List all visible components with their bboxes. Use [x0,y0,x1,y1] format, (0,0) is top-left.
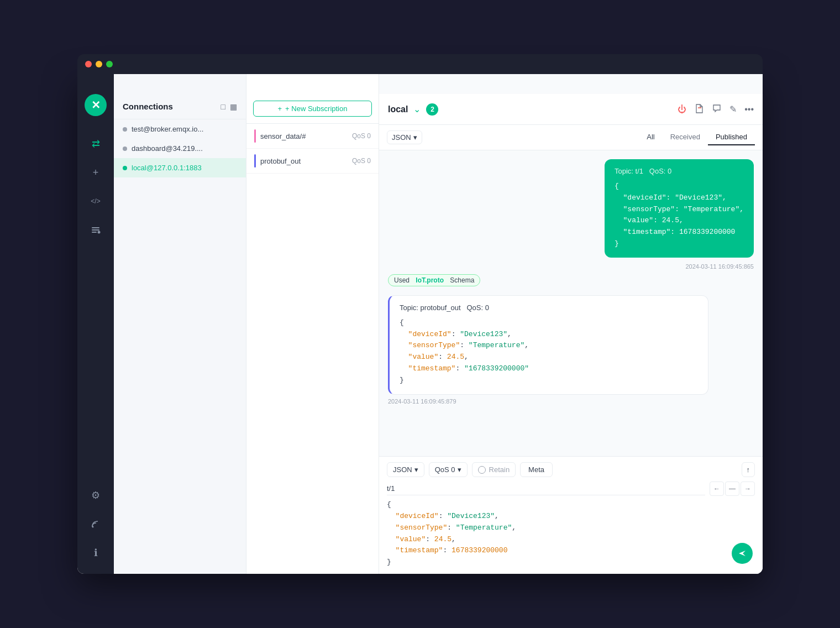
new-subscription-button[interactable]: + + New Subscription [253,101,372,117]
connection-item-3[interactable]: local@127.0.0.1:1883 [114,158,246,177]
topic-input-row: ← — → [387,482,755,496]
tab-published[interactable]: Published [708,129,755,145]
msg-body: { "deviceId": "Device123", "sensorType":… [615,181,744,250]
subscription-qos: QoS 0 [352,157,371,165]
subscriptions-panel: + + New Subscription sensor_data/# QoS 0… [246,74,379,574]
received-message: Topic: protobuf_out QoS: 0 { "deviceId":… [388,295,708,395]
recv-msg-body: { "deviceId": "Device123", "sensorType":… [400,317,698,386]
tab-all[interactable]: All [639,129,662,145]
connection-item-1[interactable]: test@broker.emqx.io... [114,119,246,139]
sidebar-item-feeds[interactable] [83,512,108,536]
connections-header-actions: □ ▦ [221,102,237,111]
message-area[interactable]: Topic: t/1 QoS: 0 { "deviceId": "Device1… [379,150,763,456]
chat-icon[interactable] [712,103,722,116]
subscription-list: sensor_data/# QoS 0 protobuf_out QoS 0 [246,124,379,174]
connection-name: local@127.0.0.1:1883 [132,164,202,172]
minimize-button[interactable] [96,61,102,67]
connections-header: Connections □ ▦ [114,94,246,119]
msg-topic: Topic: t/1 QoS: 0 [615,167,744,175]
connections-panel: Connections □ ▦ test@broker.emqx.io... d… [114,74,246,574]
expand-button[interactable]: ↑ [742,462,755,477]
sidebar-item-log[interactable] [83,218,108,242]
filter-row: JSON ▾ All Received Published [379,125,763,150]
connection-item-2[interactable]: dashboard@34.219.... [114,139,246,158]
icon-nav: ⇄ + </> [83,132,108,483]
connection-name: dashboard@34.219.... [132,144,203,153]
connection-status-dot [123,146,127,151]
main-content: local ⌄ 2 ⏻ [379,74,763,574]
msg-timestamp: 2024-03-11 16:09:45:865 [388,263,754,270]
chevron-down-icon[interactable]: ⌄ [413,104,421,114]
publish-controls: JSON ▾ QoS 0 ▾ Retain Meta ↑ [387,462,755,477]
connections-title: Connections [123,102,173,111]
more-icon[interactable]: ••• [744,104,754,114]
meta-button[interactable]: Meta [520,462,553,477]
chevron-down-icon: ▾ [413,133,417,142]
sidebar-item-info[interactable]: ℹ [83,541,108,565]
active-connection-name: local [388,104,408,114]
topic-nav-buttons: ← — → [710,482,755,496]
pub-format-select[interactable]: JSON ▾ [387,462,424,477]
subscription-qos: QoS 0 [352,132,371,140]
icon-sidebar: ✕ ⇄ + </> ⚙ [77,74,114,574]
topic-next-button[interactable]: → [741,482,755,496]
retain-circle [478,466,486,474]
chevron-down-icon: ▾ [458,465,461,474]
subscription-color-bar [254,154,256,168]
subscriptions-toolbar: + + New Subscription [246,94,379,124]
maximize-button[interactable] [106,61,113,67]
schema-badge: Used IoT.proto Schema [388,274,480,286]
connection-status-dot [123,127,127,132]
schema-name[interactable]: IoT.proto [416,276,444,284]
recv-msg-timestamp: 2024-03-11 16:09:45:879 [388,398,754,405]
add-connection-icon[interactable]: □ [221,102,225,111]
subscription-item-2[interactable]: protobuf_out QoS 0 [246,149,379,174]
retain-toggle[interactable]: Retain [472,462,516,477]
recv-msg-topic: Topic: protobuf_out QoS: 0 [400,303,698,312]
topic-input[interactable] [387,482,705,495]
connection-name: test@broker.emqx.io... [132,125,203,133]
publish-editor[interactable]: { "deviceId": "Device123", "sensorType":… [387,499,755,568]
icon-bottom: ⚙ ℹ [83,483,108,565]
subscription-item-1[interactable]: sensor_data/# QoS 0 [246,124,379,149]
connection-list: test@broker.emqx.io... dashboard@34.219.… [114,119,246,177]
sidebar-item-add[interactable]: + [83,160,108,185]
main-header: local ⌄ 2 ⏻ [379,94,763,125]
svg-rect-0 [92,227,99,228]
svg-rect-1 [92,229,99,231]
titlebar [77,54,763,74]
svg-point-4 [92,526,94,528]
disconnect-icon[interactable]: ⏻ [678,104,686,114]
header-left: local ⌄ 2 [388,103,438,116]
close-button[interactable] [85,61,92,67]
published-message: Topic: t/1 QoS: 0 { "deviceId": "Device1… [605,159,754,258]
pub-qos-select[interactable]: QoS 0 ▾ [429,462,468,477]
chevron-down-icon: ▾ [414,465,418,474]
app-logo[interactable]: ✕ [85,94,107,116]
tab-received[interactable]: Received [663,129,708,145]
header-right: ⏻ ✎ ••• [678,103,754,116]
publish-toolbar: JSON ▾ QoS 0 ▾ Retain Meta ↑ [379,456,763,574]
format-select[interactable]: JSON ▾ [387,130,422,144]
send-button[interactable] [732,543,753,564]
subscription-color-bar [254,129,256,143]
layout-icon[interactable]: ▦ [230,102,237,111]
connection-status-dot [123,166,127,170]
svg-point-3 [98,231,101,234]
svg-rect-2 [92,232,97,233]
sidebar-item-settings[interactable]: ⚙ [83,483,108,507]
topic-prev-button[interactable]: ← [710,482,724,496]
sidebar-item-connections[interactable]: ⇄ [83,132,108,156]
message-filter-tabs: All Received Published [639,129,755,145]
topic-clear-button[interactable]: — [725,482,739,496]
subscription-topic: sensor_data/# [260,132,348,140]
edit-icon[interactable]: ✎ [729,104,737,114]
plus-icon: + [278,104,282,113]
sidebar-item-code[interactable]: </> [83,189,108,213]
subscription-count-badge: 2 [426,103,438,116]
file-icon[interactable] [694,103,704,116]
subscription-topic: protobuf_out [260,157,348,165]
